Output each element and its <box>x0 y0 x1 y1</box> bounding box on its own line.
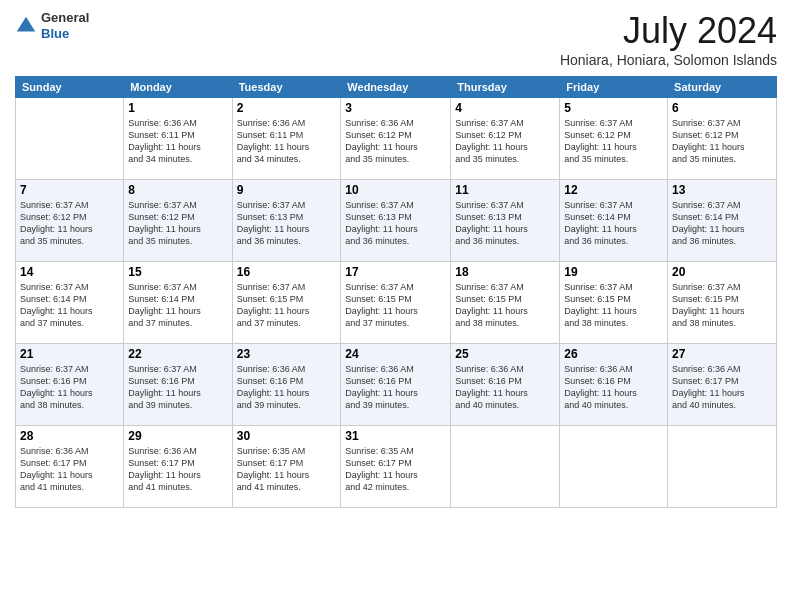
calendar-cell: 16Sunrise: 6:37 AM Sunset: 6:15 PM Dayli… <box>232 262 341 344</box>
day-info: Sunrise: 6:36 AM Sunset: 6:16 PM Dayligh… <box>345 363 446 412</box>
calendar-cell: 4Sunrise: 6:37 AM Sunset: 6:12 PM Daylig… <box>451 98 560 180</box>
calendar-cell: 26Sunrise: 6:36 AM Sunset: 6:16 PM Dayli… <box>560 344 668 426</box>
day-number: 10 <box>345 183 446 197</box>
calendar-week-row: 1Sunrise: 6:36 AM Sunset: 6:11 PM Daylig… <box>16 98 777 180</box>
day-number: 8 <box>128 183 227 197</box>
day-info: Sunrise: 6:37 AM Sunset: 6:12 PM Dayligh… <box>20 199 119 248</box>
calendar-cell: 14Sunrise: 6:37 AM Sunset: 6:14 PM Dayli… <box>16 262 124 344</box>
day-number: 19 <box>564 265 663 279</box>
calendar-cell: 21Sunrise: 6:37 AM Sunset: 6:16 PM Dayli… <box>16 344 124 426</box>
day-info: Sunrise: 6:36 AM Sunset: 6:17 PM Dayligh… <box>672 363 772 412</box>
day-number: 29 <box>128 429 227 443</box>
calendar-cell: 18Sunrise: 6:37 AM Sunset: 6:15 PM Dayli… <box>451 262 560 344</box>
calendar-cell: 10Sunrise: 6:37 AM Sunset: 6:13 PM Dayli… <box>341 180 451 262</box>
calendar-week-row: 7Sunrise: 6:37 AM Sunset: 6:12 PM Daylig… <box>16 180 777 262</box>
day-info: Sunrise: 6:36 AM Sunset: 6:16 PM Dayligh… <box>237 363 337 412</box>
day-number: 15 <box>128 265 227 279</box>
calendar-cell: 23Sunrise: 6:36 AM Sunset: 6:16 PM Dayli… <box>232 344 341 426</box>
calendar-header-row: SundayMondayTuesdayWednesdayThursdayFrid… <box>16 77 777 98</box>
calendar-day-header: Tuesday <box>232 77 341 98</box>
calendar-cell: 31Sunrise: 6:35 AM Sunset: 6:17 PM Dayli… <box>341 426 451 508</box>
logo-text: General Blue <box>41 10 89 41</box>
day-info: Sunrise: 6:37 AM Sunset: 6:12 PM Dayligh… <box>564 117 663 166</box>
title-block: July 2024 Honiara, Honiara, Solomon Isla… <box>560 10 777 68</box>
page: General Blue July 2024 Honiara, Honiara,… <box>0 0 792 612</box>
day-info: Sunrise: 6:37 AM Sunset: 6:14 PM Dayligh… <box>564 199 663 248</box>
calendar-cell: 20Sunrise: 6:37 AM Sunset: 6:15 PM Dayli… <box>668 262 777 344</box>
logo-blue: Blue <box>41 26 69 41</box>
calendar-day-header: Sunday <box>16 77 124 98</box>
day-number: 1 <box>128 101 227 115</box>
day-info: Sunrise: 6:36 AM Sunset: 6:16 PM Dayligh… <box>564 363 663 412</box>
day-number: 28 <box>20 429 119 443</box>
day-number: 24 <box>345 347 446 361</box>
calendar-cell: 8Sunrise: 6:37 AM Sunset: 6:12 PM Daylig… <box>124 180 232 262</box>
day-info: Sunrise: 6:37 AM Sunset: 6:15 PM Dayligh… <box>237 281 337 330</box>
calendar-table: SundayMondayTuesdayWednesdayThursdayFrid… <box>15 76 777 508</box>
day-number: 4 <box>455 101 555 115</box>
day-number: 13 <box>672 183 772 197</box>
calendar-cell: 6Sunrise: 6:37 AM Sunset: 6:12 PM Daylig… <box>668 98 777 180</box>
calendar-day-header: Thursday <box>451 77 560 98</box>
calendar-week-row: 28Sunrise: 6:36 AM Sunset: 6:17 PM Dayli… <box>16 426 777 508</box>
logo-general: General <box>41 10 89 25</box>
calendar-cell: 7Sunrise: 6:37 AM Sunset: 6:12 PM Daylig… <box>16 180 124 262</box>
calendar-day-header: Monday <box>124 77 232 98</box>
month-title: July 2024 <box>560 10 777 52</box>
day-info: Sunrise: 6:37 AM Sunset: 6:13 PM Dayligh… <box>237 199 337 248</box>
day-info: Sunrise: 6:37 AM Sunset: 6:14 PM Dayligh… <box>672 199 772 248</box>
calendar-cell: 1Sunrise: 6:36 AM Sunset: 6:11 PM Daylig… <box>124 98 232 180</box>
day-number: 11 <box>455 183 555 197</box>
day-info: Sunrise: 6:37 AM Sunset: 6:14 PM Dayligh… <box>128 281 227 330</box>
calendar-cell: 28Sunrise: 6:36 AM Sunset: 6:17 PM Dayli… <box>16 426 124 508</box>
calendar-cell: 30Sunrise: 6:35 AM Sunset: 6:17 PM Dayli… <box>232 426 341 508</box>
calendar-cell: 2Sunrise: 6:36 AM Sunset: 6:11 PM Daylig… <box>232 98 341 180</box>
day-number: 18 <box>455 265 555 279</box>
day-info: Sunrise: 6:36 AM Sunset: 6:12 PM Dayligh… <box>345 117 446 166</box>
calendar-day-header: Saturday <box>668 77 777 98</box>
day-number: 20 <box>672 265 772 279</box>
calendar-cell: 24Sunrise: 6:36 AM Sunset: 6:16 PM Dayli… <box>341 344 451 426</box>
calendar-cell: 27Sunrise: 6:36 AM Sunset: 6:17 PM Dayli… <box>668 344 777 426</box>
day-info: Sunrise: 6:37 AM Sunset: 6:14 PM Dayligh… <box>20 281 119 330</box>
logo: General Blue <box>15 10 89 41</box>
day-number: 9 <box>237 183 337 197</box>
calendar-cell: 3Sunrise: 6:36 AM Sunset: 6:12 PM Daylig… <box>341 98 451 180</box>
day-info: Sunrise: 6:37 AM Sunset: 6:12 PM Dayligh… <box>455 117 555 166</box>
calendar-cell: 5Sunrise: 6:37 AM Sunset: 6:12 PM Daylig… <box>560 98 668 180</box>
day-info: Sunrise: 6:37 AM Sunset: 6:13 PM Dayligh… <box>455 199 555 248</box>
calendar-cell <box>451 426 560 508</box>
svg-marker-0 <box>17 16 35 31</box>
day-number: 3 <box>345 101 446 115</box>
calendar-week-row: 21Sunrise: 6:37 AM Sunset: 6:16 PM Dayli… <box>16 344 777 426</box>
day-number: 21 <box>20 347 119 361</box>
day-number: 14 <box>20 265 119 279</box>
calendar-cell: 25Sunrise: 6:36 AM Sunset: 6:16 PM Dayli… <box>451 344 560 426</box>
day-number: 5 <box>564 101 663 115</box>
day-number: 12 <box>564 183 663 197</box>
day-number: 23 <box>237 347 337 361</box>
subtitle: Honiara, Honiara, Solomon Islands <box>560 52 777 68</box>
header: General Blue July 2024 Honiara, Honiara,… <box>15 10 777 68</box>
day-number: 27 <box>672 347 772 361</box>
day-info: Sunrise: 6:37 AM Sunset: 6:12 PM Dayligh… <box>672 117 772 166</box>
day-number: 2 <box>237 101 337 115</box>
calendar-cell: 9Sunrise: 6:37 AM Sunset: 6:13 PM Daylig… <box>232 180 341 262</box>
day-number: 6 <box>672 101 772 115</box>
day-number: 26 <box>564 347 663 361</box>
day-number: 16 <box>237 265 337 279</box>
day-info: Sunrise: 6:37 AM Sunset: 6:15 PM Dayligh… <box>345 281 446 330</box>
calendar-day-header: Friday <box>560 77 668 98</box>
calendar-cell: 17Sunrise: 6:37 AM Sunset: 6:15 PM Dayli… <box>341 262 451 344</box>
day-number: 22 <box>128 347 227 361</box>
day-info: Sunrise: 6:36 AM Sunset: 6:16 PM Dayligh… <box>455 363 555 412</box>
day-info: Sunrise: 6:37 AM Sunset: 6:12 PM Dayligh… <box>128 199 227 248</box>
day-number: 25 <box>455 347 555 361</box>
calendar-cell <box>668 426 777 508</box>
calendar-cell: 13Sunrise: 6:37 AM Sunset: 6:14 PM Dayli… <box>668 180 777 262</box>
day-info: Sunrise: 6:37 AM Sunset: 6:16 PM Dayligh… <box>20 363 119 412</box>
calendar-cell <box>560 426 668 508</box>
day-info: Sunrise: 6:37 AM Sunset: 6:15 PM Dayligh… <box>672 281 772 330</box>
calendar-day-header: Wednesday <box>341 77 451 98</box>
day-info: Sunrise: 6:37 AM Sunset: 6:13 PM Dayligh… <box>345 199 446 248</box>
